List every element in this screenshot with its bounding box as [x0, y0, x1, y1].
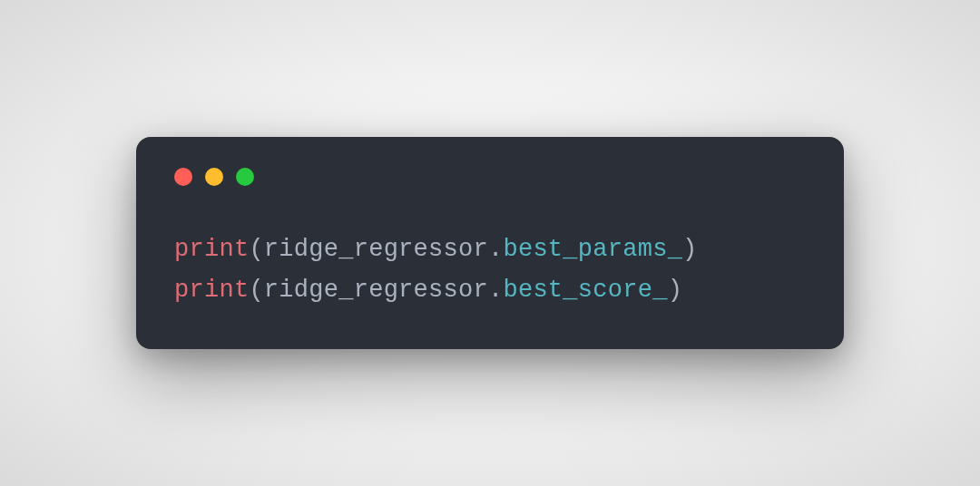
- property: best_score_: [503, 277, 667, 304]
- close-paren: ): [682, 236, 697, 263]
- dot-operator: .: [488, 277, 503, 304]
- variable: ridge_regressor: [264, 277, 488, 304]
- code-line: print(ridge_regressor.best_params_): [174, 229, 806, 270]
- function-call: print: [174, 277, 249, 304]
- close-paren: ): [668, 277, 682, 304]
- minimize-icon[interactable]: [205, 168, 223, 186]
- open-paren: (: [249, 236, 263, 263]
- open-paren: (: [249, 277, 263, 304]
- zoom-icon[interactable]: [236, 168, 254, 186]
- property: best_params_: [503, 236, 682, 263]
- window-titlebar: [174, 164, 806, 186]
- close-icon[interactable]: [174, 168, 192, 186]
- dot-operator: .: [488, 236, 503, 263]
- variable: ridge_regressor: [264, 236, 488, 263]
- code-window: print(ridge_regressor.best_params_)print…: [136, 137, 844, 348]
- code-block: print(ridge_regressor.best_params_)print…: [174, 229, 806, 310]
- function-call: print: [174, 236, 249, 263]
- code-line: print(ridge_regressor.best_score_): [174, 270, 806, 311]
